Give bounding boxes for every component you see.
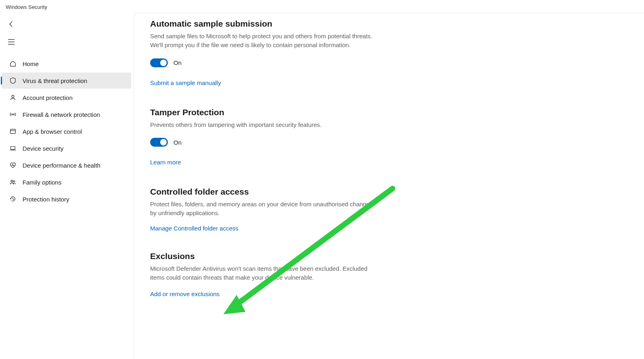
svg-point-9 [11, 180, 13, 182]
sidebar-item-app-browser[interactable]: App & browser control [2, 123, 131, 139]
svg-point-3 [12, 95, 14, 98]
sidebar-item-label: Protection history [23, 196, 69, 203]
svg-rect-7 [11, 147, 15, 149]
sidebar-item-family[interactable]: Family options [2, 174, 131, 190]
person-icon [9, 93, 17, 102]
sidebar-item-label: Family options [23, 179, 62, 186]
nav-list: Home Virus & threat protection Account p… [0, 56, 133, 207]
content-pane: Automatic sample submission Send sample … [134, 13, 644, 359]
antenna-icon [9, 110, 17, 118]
sidebar-item-label: Account protection [23, 94, 72, 101]
sidebar-item-label: Firewall & network protection [23, 111, 100, 118]
sidebar-item-label: Device security [23, 145, 64, 152]
sidebar: Home Virus & threat protection Account p… [0, 16, 133, 359]
toggle-tamper-protection[interactable] [150, 138, 168, 147]
section-title: Controlled folder access [150, 187, 376, 197]
toggle-state-label: On [173, 139, 182, 146]
sidebar-item-account[interactable]: Account protection [2, 89, 131, 106]
sidebar-item-label: Virus & threat protection [23, 77, 87, 84]
section-title: Automatic sample submission [150, 19, 376, 29]
section-automatic-sample: Automatic sample submission Send sample … [150, 19, 376, 87]
link-add-remove-exclusions[interactable]: Add or remove exclusions [150, 291, 220, 297]
toggle-state-label: On [173, 59, 182, 66]
section-description: Send sample files to Microsoft to help p… [150, 32, 376, 50]
link-manage-cfa[interactable]: Manage Controlled folder access [150, 225, 238, 232]
sidebar-item-history[interactable]: Protection history [2, 191, 131, 207]
sidebar-item-label: App & browser control [23, 128, 82, 135]
back-button[interactable] [3, 16, 19, 32]
window-icon [9, 127, 17, 135]
people-icon [9, 178, 17, 186]
section-title: Tamper Protection [150, 108, 376, 117]
shield-icon [9, 77, 17, 85]
section-description: Prevents others from tampering with impo… [150, 120, 376, 129]
history-icon [9, 195, 17, 203]
section-title: Exclusions [150, 251, 376, 261]
home-icon [9, 60, 17, 68]
section-exclusions: Exclusions Microsoft Defender Antivirus … [150, 251, 376, 298]
sidebar-item-home[interactable]: Home [2, 56, 131, 72]
sidebar-item-label: Home [23, 60, 39, 67]
laptop-icon [9, 144, 17, 152]
sidebar-item-firewall[interactable]: Firewall & network protection [2, 106, 131, 122]
section-tamper-protection: Tamper Protection Prevents others from t… [150, 108, 376, 166]
sidebar-item-performance[interactable]: Device performance & health [2, 157, 131, 173]
hamburger-button[interactable] [3, 34, 19, 50]
sidebar-item-label: Device performance & health [23, 162, 100, 169]
sidebar-item-device-security[interactable]: Device security [2, 140, 131, 156]
link-submit-sample[interactable]: Submit a sample manually [150, 79, 221, 86]
svg-point-10 [13, 181, 15, 182]
svg-point-4 [12, 114, 13, 115]
toggle-automatic-sample[interactable] [150, 58, 168, 67]
svg-rect-5 [10, 129, 16, 134]
section-controlled-folder-access: Controlled folder access Protect files, … [150, 187, 376, 232]
section-description: Microsoft Defender Antivirus won't scan … [150, 264, 376, 282]
sidebar-item-virus-threat[interactable]: Virus & threat protection [2, 73, 131, 89]
link-learn-more-tamper[interactable]: Learn more [150, 159, 181, 166]
heart-pulse-icon [9, 161, 17, 169]
window-title: Windows Security [6, 4, 47, 10]
section-description: Protect files, folders, and memory areas… [150, 200, 376, 218]
